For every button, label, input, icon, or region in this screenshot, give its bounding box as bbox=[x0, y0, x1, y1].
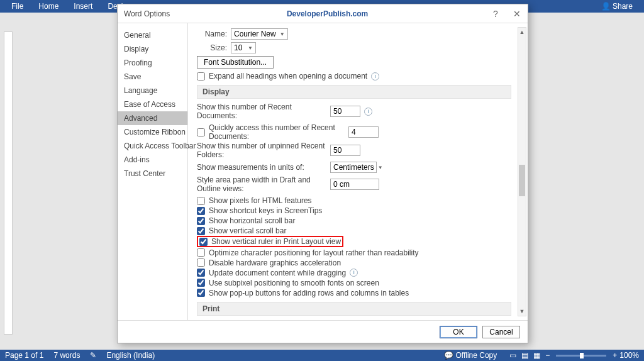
display-check-1[interactable] bbox=[197, 207, 205, 215]
section-display: Display bbox=[197, 85, 511, 99]
display-check-8[interactable] bbox=[197, 279, 205, 287]
display-check-row: Show horizontal scroll bar bbox=[197, 216, 511, 226]
display-check-row: Optimize character positioning for layou… bbox=[197, 248, 511, 258]
nav-trust-center[interactable]: Trust Center bbox=[118, 167, 187, 181]
display-check-3[interactable] bbox=[197, 227, 205, 235]
view-read-icon[interactable]: ▭ bbox=[509, 351, 516, 360]
nav-proofing[interactable]: Proofing bbox=[118, 56, 187, 70]
view-print-icon[interactable]: ▤ bbox=[521, 351, 528, 360]
recent-docs-field[interactable] bbox=[330, 106, 360, 117]
display-check-label: Show pixels for HTML features bbox=[209, 196, 312, 205]
zoom-out-icon[interactable]: − bbox=[545, 351, 550, 360]
display-check-row: Show shortcut keys in ScreenTips bbox=[197, 206, 511, 216]
dialog-title: Word Options bbox=[118, 9, 170, 18]
font-name-dropdown[interactable]: Courier New▼ bbox=[231, 28, 288, 40]
section-print: Print bbox=[197, 302, 511, 316]
display-check-6[interactable] bbox=[197, 258, 205, 267]
status-bar: Page 1 of 1 7 words ✎ English (India) 💬 … bbox=[0, 350, 644, 361]
display-check-7[interactable] bbox=[197, 269, 205, 277]
nav-ease-of-access[interactable]: Ease of Access bbox=[118, 97, 187, 111]
display-check-label: Show vertical ruler in Print Layout view bbox=[211, 237, 341, 246]
font-substitution-button[interactable]: Font Substitution... bbox=[197, 56, 274, 69]
display-check-label: Show pop-up buttons for adding rows and … bbox=[209, 289, 409, 297]
chevron-down-icon: ▼ bbox=[378, 165, 383, 170]
display-check-label: Show vertical scroll bar bbox=[209, 226, 286, 235]
share-button[interactable]: 👤 Share bbox=[594, 0, 640, 13]
print-check-label: Use draft quality bbox=[209, 320, 264, 321]
help-button[interactable]: ? bbox=[485, 4, 506, 23]
info-icon[interactable]: i bbox=[371, 72, 379, 81]
expand-headings-label: Expand all headings when opening a docum… bbox=[209, 72, 367, 81]
tab-file[interactable]: File bbox=[4, 0, 31, 13]
info-icon[interactable]: i bbox=[350, 269, 358, 277]
zoom-in-icon[interactable]: + bbox=[613, 351, 617, 360]
display-check-row: Update document content while dragging i bbox=[197, 268, 511, 278]
tab-insert[interactable]: Insert bbox=[66, 0, 100, 13]
nav-language[interactable]: Language bbox=[118, 84, 187, 97]
scroll-thumb[interactable] bbox=[519, 165, 525, 196]
status-offline[interactable]: 💬 Offline Copy bbox=[444, 351, 497, 360]
expand-headings-checkbox[interactable] bbox=[197, 72, 205, 81]
chevron-down-icon: ▼ bbox=[248, 45, 253, 51]
nav-display[interactable]: Display bbox=[118, 42, 187, 56]
display-check-2[interactable] bbox=[197, 217, 205, 225]
display-check-label: Use subpixel positioning to smooth fonts… bbox=[209, 279, 379, 287]
recent-docs-label: Show this number of Recent Documents: bbox=[197, 103, 326, 120]
cancel-button[interactable]: Cancel bbox=[482, 326, 520, 338]
quick-recent-checkbox[interactable] bbox=[197, 128, 205, 136]
display-check-label: Update document content while dragging bbox=[209, 269, 346, 277]
display-check-9[interactable] bbox=[197, 289, 205, 297]
status-proofing-icon[interactable]: ✎ bbox=[90, 351, 96, 360]
quick-recent-field[interactable] bbox=[348, 126, 379, 138]
font-size-label: Size: bbox=[197, 43, 227, 52]
nav-customize-ribbon[interactable]: Customize Ribbon bbox=[118, 125, 187, 139]
recent-folders-field[interactable] bbox=[330, 145, 360, 156]
status-words[interactable]: 7 words bbox=[53, 351, 80, 360]
display-check-row: Show pixels for HTML features bbox=[197, 196, 511, 206]
units-dropdown[interactable]: Centimeters▼ bbox=[330, 162, 377, 173]
display-check-5[interactable] bbox=[197, 248, 205, 257]
nav-add-ins[interactable]: Add-ins bbox=[118, 153, 187, 167]
dialog-footer: OK Cancel bbox=[118, 320, 528, 343]
zoom-level[interactable]: 100% bbox=[619, 351, 639, 360]
style-area-label: Style area pane width in Draft and Outli… bbox=[197, 175, 326, 193]
status-language[interactable]: English (India) bbox=[106, 351, 155, 360]
vertical-ruler bbox=[4, 31, 13, 335]
scroll-up-icon[interactable]: ▲ bbox=[518, 28, 526, 36]
font-name-label: Name: bbox=[197, 30, 227, 38]
print-check-row: Use draft quality bbox=[197, 319, 511, 321]
chevron-down-icon: ▼ bbox=[280, 31, 285, 37]
word-options-dialog: Word Options DeveloperPublish.com ? ✕ Ge… bbox=[117, 4, 528, 343]
display-check-label: Show shortcut keys in ScreenTips bbox=[209, 206, 322, 215]
tab-home[interactable]: Home bbox=[31, 0, 66, 13]
nav-save[interactable]: Save bbox=[118, 70, 187, 84]
share-icon: 👤 bbox=[601, 2, 611, 11]
close-button[interactable]: ✕ bbox=[506, 4, 528, 23]
brand-watermark: DeveloperPublish.com bbox=[170, 9, 485, 18]
content-scrollbar[interactable]: ▲ ▼ bbox=[518, 27, 526, 316]
scroll-down-icon[interactable]: ▼ bbox=[518, 307, 526, 316]
display-check-label: Disable hardware graphics acceleration bbox=[209, 258, 341, 267]
font-size-dropdown[interactable]: 10▼ bbox=[231, 42, 256, 53]
display-check-label: Optimize character positioning for layou… bbox=[209, 248, 419, 257]
display-check-row: Show vertical ruler in Print Layout view bbox=[197, 236, 343, 247]
dialog-titlebar: Word Options DeveloperPublish.com ? ✕ bbox=[118, 4, 528, 23]
style-area-field[interactable] bbox=[330, 179, 379, 190]
nav-quick-access-toolbar[interactable]: Quick Access Toolbar bbox=[118, 139, 187, 153]
status-page[interactable]: Page 1 of 1 bbox=[5, 351, 43, 360]
ok-button[interactable]: OK bbox=[440, 326, 477, 338]
nav-advanced[interactable]: Advanced bbox=[118, 111, 187, 125]
display-check-0[interactable] bbox=[197, 197, 205, 205]
zoom-slider[interactable] bbox=[556, 355, 606, 357]
display-check-row: Show pop-up buttons for adding rows and … bbox=[197, 288, 511, 298]
display-check-row: Show vertical scroll bar bbox=[197, 226, 511, 236]
display-check-row: Disable hardware graphics acceleration bbox=[197, 258, 511, 268]
units-label: Show measurements in units of: bbox=[197, 163, 326, 172]
options-nav: General Display Proofing Save Language E… bbox=[118, 23, 188, 320]
display-check-4[interactable] bbox=[199, 238, 208, 246]
view-web-icon[interactable]: ▦ bbox=[533, 351, 540, 360]
nav-general[interactable]: General bbox=[118, 28, 187, 42]
recent-folders-label: Show this number of unpinned Recent Fold… bbox=[197, 142, 326, 159]
info-icon[interactable]: i bbox=[364, 108, 372, 116]
options-content: Name: Courier New▼ Size: 10▼ Font Substi… bbox=[188, 23, 528, 320]
